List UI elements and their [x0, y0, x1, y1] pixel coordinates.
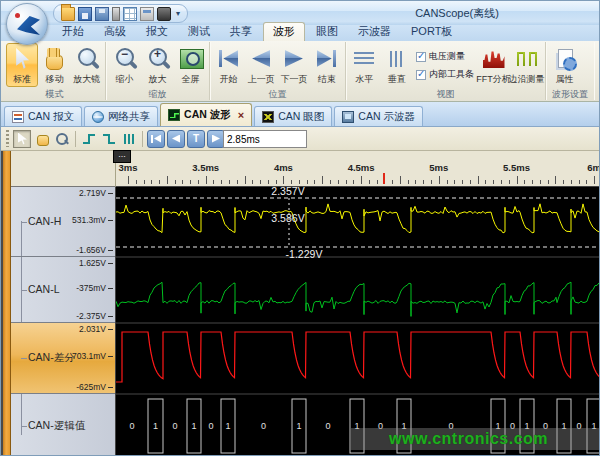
ruler-tick	[159, 180, 160, 184]
window-title: CANScope(离线)	[397, 6, 517, 21]
ribbon-button-zoom-out[interactable]: 缩小	[108, 43, 141, 87]
ribbon-button-fft[interactable]: FFT分析	[477, 43, 510, 87]
channel-name: CAN-差分	[28, 351, 75, 365]
checkbox-内部工具条[interactable]: 内部工具条	[416, 68, 474, 81]
svg-text:0: 0	[208, 421, 213, 431]
ribbon-tab-眼图[interactable]: 眼图	[307, 23, 347, 41]
ribbon-button-properties[interactable]: 属性	[548, 43, 581, 87]
svg-text:1: 1	[153, 421, 158, 431]
ribbon-tab-bar: 开始高级报文测试共享波形眼图示波器PORT板	[1, 25, 600, 41]
channel-row-can-h[interactable]: 2.719V CAN-H 531.3mV -1.656V	[11, 187, 115, 257]
hand-icon	[41, 46, 67, 72]
channel-mid-value: 703.1mV	[72, 351, 113, 361]
time-scale-input[interactable]	[223, 130, 307, 148]
ribbon-button-horizontal[interactable]: 水平	[348, 43, 381, 87]
checkbox-电压测量[interactable]: 电压测量	[416, 50, 474, 63]
doc-tab-globe[interactable]: 网络共享	[84, 106, 158, 126]
ruler-more-button[interactable]: ...	[113, 150, 131, 163]
hand-icon	[35, 132, 49, 146]
ribbon-button-nav-next[interactable]: 下一页	[278, 43, 311, 87]
checkbox-icon[interactable]	[416, 52, 426, 62]
ribbon-button-nav-prev[interactable]: 上一页	[245, 43, 278, 87]
open-icon[interactable]	[61, 7, 75, 21]
checkbox-icon[interactable]	[416, 70, 426, 80]
ribbon-button-cursor[interactable]: 标准	[6, 43, 38, 87]
ribbon: 标准移动放大镜 模式 缩小放大全屏 缩放 开始上一页下一页结束 位置 水平垂直电…	[1, 41, 600, 102]
time-ruler[interactable]: 3ms3.5ms4ms4.5ms5ms5.5ms6m	[116, 151, 600, 187]
ruler-tick	[229, 180, 230, 184]
ruler-tick	[470, 180, 471, 184]
close-tab-icon[interactable]: ×	[238, 109, 244, 121]
svg-text:3.586V: 3.586V	[271, 212, 304, 224]
ribbon-button-vertical[interactable]: 垂直	[381, 43, 414, 87]
media-icon[interactable]	[157, 7, 171, 21]
comb-icon	[122, 132, 136, 146]
save-all-icon[interactable]	[95, 7, 109, 21]
doc-tab-eye[interactable]: CAN 眼图	[254, 106, 332, 126]
toolbar-grip[interactable]	[6, 130, 9, 147]
ruler-tick	[322, 176, 323, 184]
ruler-tick	[175, 180, 176, 184]
ribbon-button-edge[interactable]: 边沿测量	[510, 43, 543, 87]
ribbon-tab-开始[interactable]: 开始	[53, 23, 93, 41]
magnifier-icon	[74, 46, 100, 72]
layout-icon[interactable]	[123, 7, 137, 21]
app-menu-button[interactable]	[6, 3, 48, 45]
ribbon-button-zoom-in[interactable]: 放大	[141, 43, 174, 87]
svg-text:0: 0	[325, 421, 330, 431]
ribbon-tab-测试[interactable]: 测试	[179, 23, 219, 41]
toolbar-button-nav-prev[interactable]	[167, 130, 185, 148]
ribbon-tab-PORT板[interactable]: PORT板	[402, 23, 461, 41]
toolbar-button-comb[interactable]	[120, 130, 138, 148]
ribbon-button-nav-first[interactable]: 开始	[212, 43, 245, 87]
channel-row-can-logic[interactable]: CAN-逻辑值	[11, 394, 115, 456]
ruler-tick	[307, 180, 308, 184]
globe-icon	[92, 111, 104, 123]
ribbon-tab-高级[interactable]: 高级	[95, 23, 135, 41]
doc-tab-waveform[interactable]: CAN 波形×	[160, 103, 252, 126]
ruler-tick	[377, 180, 378, 184]
ribbon-tab-共享[interactable]: 共享	[221, 23, 261, 41]
window-icon[interactable]	[140, 7, 154, 21]
ribbon-tab-示波器[interactable]: 示波器	[349, 23, 400, 41]
channel-row-can-l[interactable]: 1.625V CAN-L -375mV -2.375V	[11, 257, 115, 323]
channel-top-value: 2.031V	[79, 324, 113, 334]
ruler-tick	[182, 180, 183, 184]
toolbar-separator	[75, 131, 76, 147]
doc-tab-message[interactable]: CAN 报文	[4, 106, 82, 126]
ribbon-button-label: 垂直	[388, 73, 406, 86]
ribbon-button-label: FFT分析	[476, 73, 511, 86]
ruler-tick	[151, 180, 152, 184]
fft-icon	[481, 46, 507, 72]
ruler-tick	[454, 180, 455, 184]
ribbon-button-hand[interactable]: 移动	[38, 43, 70, 87]
channel-name: CAN-H	[28, 215, 61, 227]
toolbar-button-edge-rise[interactable]	[80, 130, 98, 148]
toolbar-button-hand[interactable]	[33, 130, 51, 148]
ribbon-button-fullscreen[interactable]: 全屏	[174, 43, 207, 87]
toolbar-button-cursor[interactable]	[13, 130, 31, 148]
pin-icon[interactable]	[112, 7, 120, 21]
view-checkbox-stack: 电压测量内部工具条	[413, 43, 477, 81]
ribbon-button-nav-last[interactable]: 结束	[310, 43, 343, 87]
waveform-canvas[interactable]: 010101010101010101012.357V3.586V-1.229V	[116, 187, 600, 456]
ribbon-tab-波形[interactable]: 波形	[263, 22, 305, 41]
dock-strip[interactable]	[1, 151, 11, 456]
channel-row-can-diff[interactable]: 2.031V CAN-差分 703.1mV -625mV	[11, 323, 115, 394]
checkbox-label: 内部工具条	[429, 68, 474, 81]
edge-rise-icon	[82, 132, 96, 146]
toolbar-button-edge-fall[interactable]	[100, 130, 118, 148]
toolbar-button-mag[interactable]	[53, 130, 71, 148]
toolbar-button-nav-first[interactable]	[147, 130, 165, 148]
trigger-marker[interactable]	[383, 173, 385, 184]
ribbon-tab-报文[interactable]: 报文	[137, 23, 177, 41]
document-tab-bar: CAN 报文网络共享CAN 波形×CAN 眼图CAN 示波器	[1, 102, 600, 127]
doc-tab-scope[interactable]: CAN 示波器	[334, 106, 423, 126]
save-icon[interactable]	[78, 7, 92, 21]
chevron-down-icon[interactable]: ▾	[174, 9, 180, 18]
toolbar-button-trigger-position[interactable]: T	[187, 130, 205, 148]
ribbon-button-magnifier[interactable]: 放大镜	[71, 43, 103, 87]
ruler-tick	[415, 180, 416, 184]
toolbar-separator	[142, 131, 143, 147]
ruler-tick	[237, 180, 238, 184]
